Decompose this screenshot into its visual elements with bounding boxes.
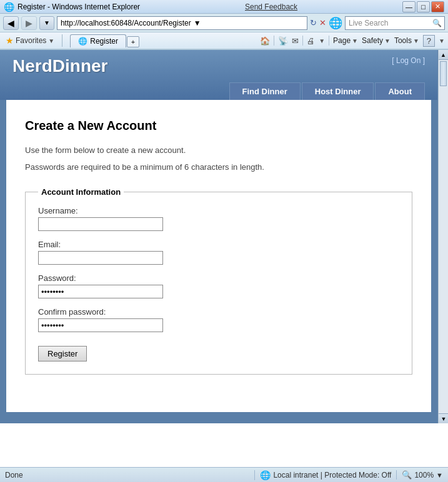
page-area: NerdDinner [ Log On ] Find Dinner Host D…	[0, 50, 437, 412]
safety-chevron: ▼	[384, 37, 391, 44]
active-tab[interactable]: 🌐 Register	[70, 34, 126, 47]
title-bar-text: Register - Windows Internet Explorer	[17, 2, 140, 11]
ie-logo: 🌐	[329, 16, 342, 30]
ie-zone-icon: 🌐	[260, 470, 271, 480]
url-text: http://localhost:60848/Account/Register	[61, 19, 191, 27]
fieldset-legend: Account Information	[38, 187, 124, 197]
page-menu[interactable]: Page ▼	[333, 36, 358, 45]
live-search-placeholder: Live Search	[346, 19, 430, 27]
scroll-thumb[interactable]	[440, 61, 447, 86]
refresh-button[interactable]: ↻	[310, 18, 317, 27]
username-label: Username:	[38, 206, 399, 215]
forward-button[interactable]: ▶	[21, 16, 37, 30]
username-input[interactable]	[38, 217, 163, 231]
confirm-label: Confirm password:	[38, 307, 399, 317]
page-chevron: ▼	[352, 37, 358, 44]
favorites-button[interactable]: ★ Favorites ▼	[3, 34, 57, 47]
address-bar: ◀ ▶ ▼ http://localhost:60848/Account/Reg…	[0, 14, 448, 32]
address-input[interactable]: http://localhost:60848/Account/Register …	[57, 16, 307, 30]
page-menu-label: Page	[333, 36, 351, 45]
mail-icon[interactable]: ✉	[292, 36, 299, 46]
help-chevron[interactable]: ▼	[439, 37, 445, 44]
zoom-chevron[interactable]: ▼	[436, 471, 443, 479]
password-label: Password:	[38, 273, 399, 283]
tab-bar: 🌐 Register +	[70, 34, 139, 47]
nav-find-dinner[interactable]: Find Dinner	[229, 82, 301, 100]
help-icon[interactable]: ?	[423, 35, 435, 47]
site-title: NerdDinner	[12, 56, 425, 76]
scroll-down-button[interactable]: ▼	[439, 413, 448, 423]
nav-tabs: Find Dinner Host Dinner About	[12, 82, 425, 100]
dropdown-button[interactable]: ▼	[39, 16, 54, 30]
login-link[interactable]: [ Log On ]	[392, 56, 425, 65]
tools-menu-label: Tools	[394, 36, 412, 45]
star-icon: ★	[6, 36, 14, 46]
favorites-chevron: ▼	[48, 37, 54, 44]
zoom-level: 100%	[414, 471, 434, 480]
confirm-group: Confirm password:	[38, 307, 399, 332]
home-icon[interactable]: 🏠	[260, 36, 270, 46]
live-search-button[interactable]: 🔍	[430, 19, 444, 27]
send-feedback-link[interactable]: Send Feedback	[245, 2, 297, 11]
close-button[interactable]: ✕	[431, 1, 444, 12]
site-header: NerdDinner [ Log On ] Find Dinner Host D…	[0, 50, 437, 100]
back-button[interactable]: ◀	[3, 16, 19, 30]
register-button[interactable]: Register	[38, 346, 87, 362]
tab-label: Register	[90, 37, 118, 46]
maximize-button[interactable]: □	[417, 1, 430, 12]
favorites-label: Favorites	[16, 36, 46, 45]
new-tab-button[interactable]: +	[127, 36, 139, 47]
scrollbar[interactable]: ▲ ▼	[438, 50, 448, 423]
email-label: Email:	[38, 240, 399, 249]
toolbar-icons: 🏠 📡 ✉ 🖨 ▼ Page ▼ Safety ▼ Tools ▼ ? ▼	[260, 35, 445, 47]
safety-menu-label: Safety	[362, 36, 383, 45]
window-controls: — □ ✕	[402, 1, 444, 12]
status-bar: Done 🌐 Local intranet | Protected Mode: …	[0, 467, 448, 482]
zoom-icon: 🔍	[402, 470, 412, 480]
title-bar-left: 🌐 Register - Windows Internet Explorer	[4, 2, 140, 12]
zone-text: Local intranet | Protected Mode: Off	[273, 471, 391, 480]
dropdown-url-icon[interactable]: ▼	[194, 19, 201, 27]
title-bar: 🌐 Register - Windows Internet Explorer S…	[0, 0, 448, 14]
password-group: Password:	[38, 273, 399, 298]
username-group: Username:	[38, 206, 399, 231]
password-note: Passwords are required to be a minimum o…	[25, 162, 412, 172]
safety-menu[interactable]: Safety ▼	[362, 36, 391, 45]
account-fieldset: Account Information Username: Email: Pas…	[25, 187, 412, 375]
status-zoom[interactable]: 🔍 100% ▼	[396, 470, 443, 480]
status-zone: 🌐 Local intranet | Protected Mode: Off	[254, 470, 391, 480]
intro-text: Use the form below to create a new accou…	[25, 145, 412, 155]
email-input[interactable]	[38, 251, 163, 265]
minimize-button[interactable]: —	[402, 1, 416, 12]
stop-button[interactable]: ✕	[319, 18, 326, 27]
page-title: Create a New Account	[25, 119, 412, 133]
browser-icon: 🌐	[4, 2, 14, 12]
print-chevron[interactable]: ▼	[319, 37, 325, 44]
tools-chevron: ▼	[413, 37, 419, 44]
main-content: Create a New Account Use the form below …	[6, 100, 431, 412]
print-icon[interactable]: 🖨	[307, 36, 315, 46]
nav-host-dinner[interactable]: Host Dinner	[302, 82, 374, 100]
tools-menu[interactable]: Tools ▼	[394, 36, 419, 45]
password-input[interactable]	[38, 285, 163, 298]
confirm-input[interactable]	[38, 318, 163, 332]
nav-about[interactable]: About	[375, 82, 425, 100]
ie-tab-icon: 🌐	[78, 37, 87, 46]
toolbar: ★ Favorites ▼ 🌐 Register + 🏠 📡 ✉ 🖨 ▼ Pag…	[0, 32, 448, 50]
email-group: Email:	[38, 240, 399, 265]
scroll-up-button[interactable]: ▲	[439, 50, 448, 60]
feeds-icon[interactable]: 📡	[278, 36, 288, 46]
status-text: Done	[5, 471, 249, 480]
live-search-box[interactable]: Live Search 🔍	[345, 16, 445, 30]
